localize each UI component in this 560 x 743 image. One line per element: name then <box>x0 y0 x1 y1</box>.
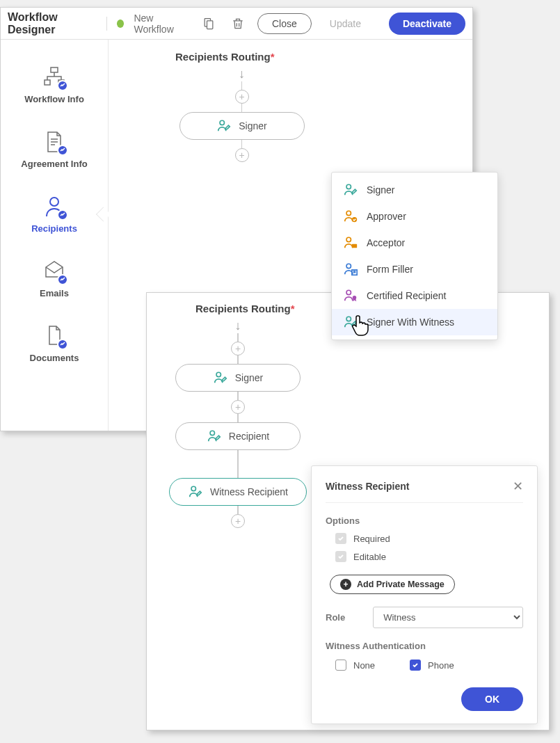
dropdown-label: Signer With Witness <box>367 317 454 328</box>
checkbox-label: Phone <box>428 660 454 671</box>
dropdown-label: Approver <box>367 211 406 222</box>
divider <box>106 17 107 31</box>
svg-point-8 <box>346 211 351 215</box>
ok-button[interactable]: OK <box>461 687 523 711</box>
section-title: Recipients Routing* <box>175 51 461 63</box>
envelope-icon <box>42 259 67 284</box>
dropdown-item-approver[interactable]: Approver <box>332 203 497 230</box>
svg-rect-1 <box>207 20 212 29</box>
checkbox-label: Required <box>353 534 390 544</box>
dropdown-item-certified-recipient[interactable]: Certified Recipient <box>332 282 497 309</box>
signer-icon <box>188 484 203 500</box>
dropdown-item-signer[interactable]: Signer <box>332 177 497 203</box>
page-icon <box>42 323 67 349</box>
none-checkbox-row[interactable]: None <box>335 660 375 671</box>
svg-point-12 <box>346 264 351 268</box>
svg-point-18 <box>210 431 214 435</box>
checkbox-label: None <box>353 660 375 671</box>
options-label: Options <box>326 516 523 526</box>
svg-point-7 <box>346 184 351 189</box>
arrow-down-icon: ↓ <box>235 319 241 333</box>
checkbox-icon <box>335 660 346 671</box>
person-icon <box>42 194 67 219</box>
add-node-button[interactable]: + <box>231 342 245 355</box>
role-select[interactable]: Witness <box>373 607 523 628</box>
dropdown-item-form-filler[interactable]: Form Filler <box>332 256 497 282</box>
certified-icon <box>343 288 358 303</box>
signer-icon <box>343 182 358 198</box>
svg-point-6 <box>220 120 224 125</box>
sidebar-item-emails[interactable]: Emails <box>1 246 108 311</box>
add-node-button[interactable]: + <box>235 148 249 162</box>
update-button[interactable]: Update <box>321 14 369 33</box>
clipboard-icon[interactable] <box>198 13 218 35</box>
status-label: New Workflow <box>134 13 189 35</box>
plus-icon: + <box>340 579 351 590</box>
sidebar-item-recipients[interactable]: Recipients <box>1 182 108 246</box>
node-label: Witness Recipient <box>210 486 288 497</box>
svg-point-14 <box>346 290 351 294</box>
add-private-message-button[interactable]: + Add Private Message <box>330 575 455 594</box>
workflow-detail-window: Recipients Routing* ↓ + Signer + Recipie… <box>146 292 550 730</box>
signer-node[interactable]: Signer <box>179 112 305 140</box>
status-dot-icon <box>117 19 125 28</box>
add-node-button[interactable]: + <box>231 400 245 414</box>
signer-icon <box>207 429 222 444</box>
close-button[interactable]: Close <box>257 13 312 34</box>
dropdown-label: Certified Recipient <box>367 290 446 301</box>
signer-node[interactable]: Signer <box>175 364 301 392</box>
svg-point-10 <box>346 237 351 241</box>
recipient-node[interactable]: Recipient <box>175 422 301 450</box>
svg-point-17 <box>216 372 221 376</box>
sidebar-item-label: Emails <box>40 288 69 298</box>
checkbox-icon <box>335 533 346 544</box>
phone-checkbox-row[interactable]: Phone <box>410 660 454 671</box>
sidebar-item-label: Recipients <box>31 223 77 234</box>
auth-label: Witness Authentication <box>326 641 523 651</box>
acceptor-icon <box>343 235 358 250</box>
panel-title: Witness Recipient <box>326 481 409 492</box>
svg-point-19 <box>191 486 195 490</box>
svg-point-16 <box>346 317 351 321</box>
dropdown-label: Form Filler <box>367 264 413 275</box>
dropdown-label: Acceptor <box>367 237 405 248</box>
approver-icon <box>343 209 358 224</box>
witness-recipient-node[interactable]: Witness Recipient <box>169 478 307 506</box>
dropdown-label: Signer <box>367 184 394 195</box>
checkbox-icon <box>335 551 346 562</box>
required-checkbox-row[interactable]: Required <box>335 533 523 544</box>
sidebar-item-documents[interactable]: Documents <box>1 311 108 376</box>
role-label: Role <box>326 612 345 623</box>
editable-checkbox-row[interactable]: Editable <box>335 551 523 562</box>
close-icon[interactable]: ✕ <box>513 479 523 494</box>
deactivate-button[interactable]: Deactivate <box>389 13 465 35</box>
form-filler-icon <box>343 262 358 277</box>
witness-recipient-panel: Witness Recipient ✕ Options Required Edi… <box>311 465 538 724</box>
checkbox-label: Editable <box>353 552 386 562</box>
cursor-hand-icon <box>352 314 371 339</box>
node-label: Recipient <box>229 431 269 442</box>
signer-icon <box>216 118 232 134</box>
node-label: Signer <box>239 120 266 131</box>
arrow-down-icon: ↓ <box>239 67 245 81</box>
svg-rect-11 <box>352 244 357 248</box>
app-title: Workflow Designer <box>8 11 97 36</box>
dropdown-item-acceptor[interactable]: Acceptor <box>332 230 497 256</box>
sidebar-item-label: Documents <box>30 353 79 363</box>
add-node-button[interactable]: + <box>235 90 249 104</box>
node-label: Signer <box>235 372 263 383</box>
signer-icon <box>213 370 228 385</box>
trash-icon[interactable] <box>228 13 248 35</box>
checkbox-icon <box>410 660 421 671</box>
add-node-button[interactable]: + <box>231 514 245 528</box>
toolbar: Workflow Designer New Workflow Close Upd… <box>1 8 472 40</box>
svg-point-5 <box>50 198 58 206</box>
